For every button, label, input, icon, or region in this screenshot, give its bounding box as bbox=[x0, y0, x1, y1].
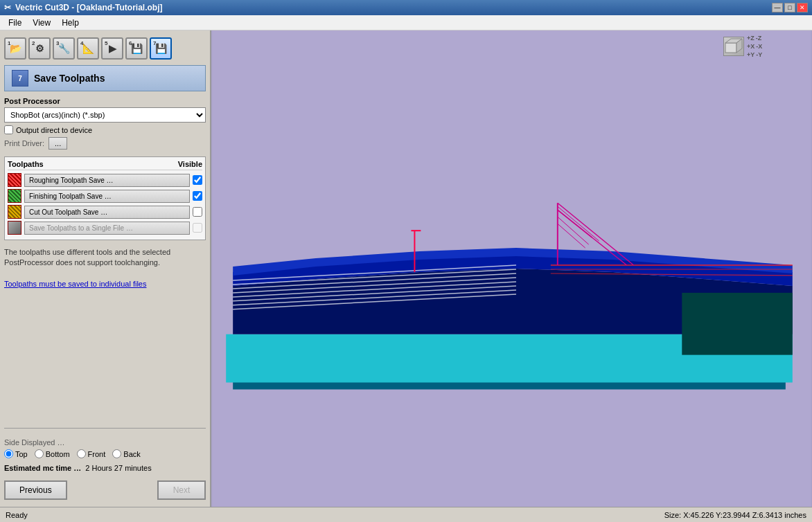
radio-bottom[interactable]: Bottom bbox=[35, 449, 70, 458]
post-processor-select[interactable]: ShopBot (arcs)(inch) (*.sbp) bbox=[4, 107, 206, 123]
radio-group: Top Bottom Front Back bbox=[4, 449, 206, 458]
svg-rect-14 bbox=[682, 293, 793, 355]
roughing-icon bbox=[8, 173, 21, 187]
title-bar-controls: — □ ✕ bbox=[772, 3, 808, 12]
toolpath-row-cutout: Cut Out Toolpath Save … bbox=[8, 205, 202, 219]
wizard-step-5[interactable]: 5 ▶ bbox=[101, 37, 123, 60]
roughing-visible-checkbox[interactable] bbox=[193, 175, 202, 185]
estimated-time: Estimated mc time … 2 Hours 27 minutes bbox=[4, 464, 206, 472]
radio-bottom-label: Bottom bbox=[46, 450, 70, 458]
status-bar: Ready Size: X:45.226 Y:23.9944 Z:6.3413 … bbox=[0, 507, 812, 522]
next-button[interactable]: Next bbox=[157, 480, 206, 500]
estimated-time-value: 2 Hours 27 minutes bbox=[85, 464, 151, 472]
wizard-step-4[interactable]: 4 📐 bbox=[77, 37, 99, 60]
radio-top[interactable]: Top bbox=[4, 449, 28, 458]
output-direct-checkbox[interactable] bbox=[4, 125, 13, 134]
main-layout: 1 📂 2 ⚙ 3 🔧 4 📐 5 ▶ 6 💾 bbox=[0, 30, 812, 507]
wizard-step-7[interactable]: 7 💾 bbox=[150, 37, 172, 60]
wizard-step-3[interactable]: 3 🔧 bbox=[53, 37, 75, 60]
maximize-button[interactable]: □ bbox=[784, 3, 795, 12]
side-display-section: Side Displayed … Top Bottom Front Back bbox=[4, 438, 206, 458]
3d-viewport[interactable]: +Z -Z +X -X +Y -Y bbox=[211, 30, 812, 507]
visible-label: Visible bbox=[178, 160, 202, 168]
finishing-icon bbox=[8, 189, 21, 203]
wizard-step-1[interactable]: 1 📂 bbox=[4, 37, 26, 60]
radio-front-input[interactable] bbox=[77, 449, 86, 458]
close-button[interactable]: ✕ bbox=[797, 3, 808, 12]
menu-help[interactable]: Help bbox=[56, 17, 85, 29]
toolpath-row-single: Save Toolpaths to a Single File … bbox=[8, 221, 202, 235]
radio-back-input[interactable] bbox=[112, 449, 121, 458]
menu-bar: File View Help bbox=[0, 15, 812, 30]
toolpaths-header: Toolpaths Visible bbox=[8, 160, 202, 170]
axis-labels: +Z -Z +X -X +Y -Y bbox=[747, 35, 762, 58]
print-driver-label: Print Driver: bbox=[4, 139, 44, 147]
window-title: Vectric Cut3D - [Oakland-Tutorial.obj] bbox=[15, 3, 162, 12]
ready-text: Ready bbox=[6, 511, 28, 519]
coords-text: Size: X:45.226 Y:23.9944 Z:6.3413 inches bbox=[664, 511, 806, 519]
radio-front[interactable]: Front bbox=[77, 449, 106, 458]
single-file-visible-checkbox[interactable] bbox=[193, 223, 202, 233]
warning-message: The toolpaths use different tools and th… bbox=[4, 248, 170, 267]
axis-widget: +Z -Z +X -X +Y -Y bbox=[723, 36, 806, 57]
terrain-visualization bbox=[211, 30, 812, 507]
nav-buttons: Previous Next bbox=[4, 475, 206, 503]
divider bbox=[4, 428, 206, 429]
single-file-save-button[interactable]: Save Toolpaths to a Single File … bbox=[24, 222, 190, 235]
minimize-button[interactable]: — bbox=[772, 3, 783, 12]
radio-back-label: Back bbox=[123, 450, 140, 458]
cutout-save-button[interactable]: Cut Out Toolpath Save … bbox=[24, 206, 190, 219]
post-processor-section: Post Processor ShopBot (arcs)(inch) (*.s… bbox=[4, 97, 206, 150]
finishing-save-button[interactable]: Finishing Toolpath Save … bbox=[24, 190, 190, 203]
output-direct-label: Output direct to device bbox=[16, 126, 92, 134]
cutout-icon bbox=[8, 205, 21, 219]
view-cube[interactable] bbox=[723, 37, 744, 56]
toolpath-row-roughing: Roughing Toolpath Save … bbox=[8, 173, 202, 187]
radio-front-label: Front bbox=[88, 450, 106, 458]
title-bar-left: ✂ Vectric Cut3D - [Oakland-Tutorial.obj] bbox=[4, 3, 162, 12]
radio-bottom-input[interactable] bbox=[35, 449, 44, 458]
warning-text: The toolpaths use different tools and th… bbox=[4, 247, 206, 290]
warning-link[interactable]: Toolpaths must be saved to individual fi… bbox=[4, 280, 146, 288]
wizard-step-2[interactable]: 2 ⚙ bbox=[28, 37, 51, 60]
radio-top-label: Top bbox=[15, 450, 28, 458]
radio-back[interactable]: Back bbox=[112, 449, 140, 458]
section-title-text: Save Toolpaths bbox=[34, 73, 105, 84]
wizard-step-6[interactable]: 6 💾 bbox=[125, 37, 148, 60]
estimated-time-label: Estimated mc time … bbox=[4, 464, 81, 472]
menu-view[interactable]: View bbox=[27, 17, 56, 29]
radio-top-input[interactable] bbox=[4, 449, 13, 458]
post-processor-label: Post Processor bbox=[4, 97, 206, 105]
side-display-label: Side Displayed … bbox=[4, 438, 206, 447]
app-icon: ✂ bbox=[4, 3, 11, 12]
single-file-icon bbox=[8, 221, 21, 235]
toolpaths-section: Toolpaths Visible Roughing Toolpath Save… bbox=[4, 156, 206, 240]
output-direct-row: Output direct to device bbox=[4, 125, 206, 134]
roughing-save-button[interactable]: Roughing Toolpath Save … bbox=[24, 174, 190, 187]
toolpath-row-finishing: Finishing Toolpath Save … bbox=[8, 189, 202, 203]
svg-rect-27 bbox=[725, 43, 736, 53]
print-driver-row: Print Driver: ... bbox=[4, 137, 206, 150]
menu-file[interactable]: File bbox=[3, 17, 27, 29]
left-panel: 1 📂 2 ⚙ 3 🔧 4 📐 5 ▶ 6 💾 bbox=[0, 30, 211, 507]
browse-button[interactable]: ... bbox=[48, 137, 67, 150]
previous-button[interactable]: Previous bbox=[4, 480, 67, 500]
section-title: 7 Save Toolpaths bbox=[4, 65, 206, 91]
finishing-visible-checkbox[interactable] bbox=[193, 191, 202, 201]
section-icon: 7 bbox=[12, 70, 28, 87]
cutout-visible-checkbox[interactable] bbox=[193, 207, 202, 217]
wizard-steps: 1 📂 2 ⚙ 3 🔧 4 📐 5 ▶ 6 💾 bbox=[4, 35, 206, 62]
title-bar: ✂ Vectric Cut3D - [Oakland-Tutorial.obj]… bbox=[0, 0, 812, 15]
toolpaths-label: Toolpaths bbox=[8, 160, 44, 168]
